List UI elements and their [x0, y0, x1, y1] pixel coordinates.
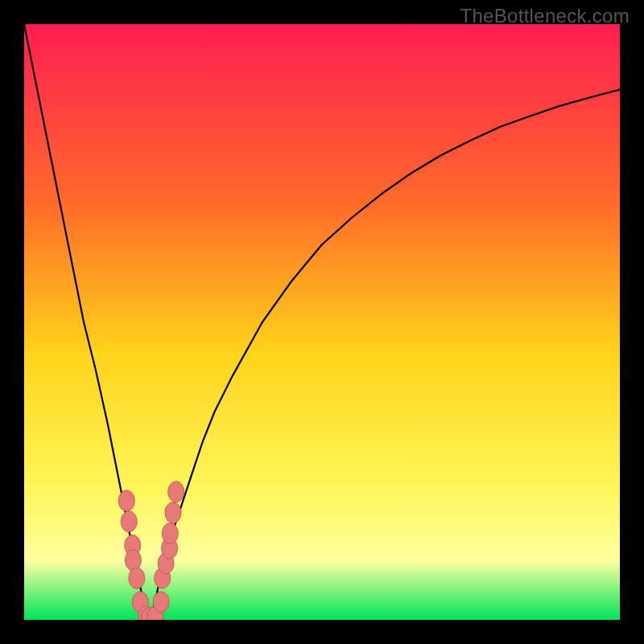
data-dot [168, 481, 184, 502]
data-dot [118, 490, 134, 511]
data-dot [162, 523, 178, 544]
gradient-background [24, 24, 620, 620]
data-dot [165, 502, 181, 523]
bottleneck-chart [24, 24, 620, 620]
data-dot [153, 592, 169, 613]
data-dot [121, 511, 137, 532]
chart-frame: TheBottleneck.com [0, 0, 644, 644]
data-dot [129, 568, 145, 588]
